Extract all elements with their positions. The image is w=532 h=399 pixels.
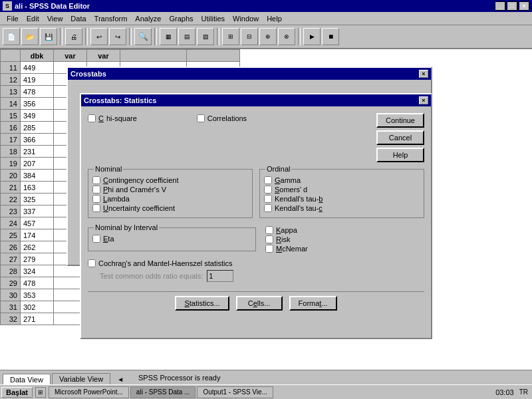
scroll-left-icon[interactable]: ◄ — [117, 376, 124, 383]
tab-scroll: ◄ — [117, 376, 124, 383]
toolbar-sep5 — [217, 28, 219, 45]
correlations-checkbox[interactable]: Correlations — [197, 114, 247, 122]
menu-data[interactable]: Data — [66, 13, 90, 24]
help-btn[interactable]: Help — [376, 148, 424, 162]
toolbar-b7[interactable]: ⊗ — [278, 28, 295, 45]
tab-data-view[interactable]: Data View — [3, 374, 51, 385]
kappa-checkbox[interactable]: Kappa — [265, 226, 424, 234]
maximize-btn[interactable]: □ — [507, 1, 517, 11]
menu-utilities[interactable]: Utilities — [198, 13, 229, 24]
menu-graphs[interactable]: Graphs — [165, 13, 197, 24]
kendall-c-checkbox[interactable]: Kendall's tau-c — [264, 204, 420, 212]
tab-variable-view[interactable]: Variable View — [52, 373, 110, 384]
test-common-label: Test common odds ratio equals: — [100, 272, 203, 280]
toolbar-b2[interactable]: ▤ — [178, 28, 196, 45]
mcnemar-checkbox[interactable]: McNemar — [265, 245, 424, 253]
chi-square-checkbox[interactable]: Chi-square — [88, 114, 137, 122]
taskbar-item-spss[interactable]: ali - SPSS Data ... — [130, 386, 196, 398]
format-btn[interactable]: Format... — [289, 296, 337, 311]
chi-square-input[interactable] — [88, 114, 96, 122]
cancel-btn[interactable]: Cancel — [376, 130, 424, 145]
continue-btn[interactable]: Continue — [376, 113, 424, 128]
col-header-var2[interactable]: var — [87, 50, 120, 62]
test-common-row: Test common odds ratio equals: — [100, 270, 424, 282]
menu-file[interactable]: File — [3, 13, 23, 24]
spss-window: S ali - SPSS Data Editor _ □ × File Edit… — [0, 0, 532, 399]
stats-dialog-title-bar: Crosstabs: Statistics × — [81, 94, 431, 106]
uncertainty-checkbox[interactable]: Uncertainty coefficient — [92, 204, 248, 212]
menu-help[interactable]: Help — [263, 13, 286, 24]
risk-checkbox[interactable]: Risk — [265, 235, 424, 243]
taskbar: Başlat ⊞ Microsoft PowerPoint... ali - S… — [0, 384, 532, 399]
cochran-checkbox[interactable]: Cochran's and Mantel-Haenszel statistics — [88, 259, 424, 267]
start-label: Başlat — [6, 388, 28, 396]
toolbar: 📄 📂 💾 🖨 ↩ ↪ 🔍 ▦ ▤ ▧ ⊞ ⊟ ⊕ ⊗ ▶ ⏹ — [0, 25, 532, 49]
start-button[interactable]: Başlat — [1, 387, 33, 398]
gamma-checkbox[interactable]: Gamma — [264, 176, 420, 184]
window-title: ali - SPSS Data Editor — [15, 2, 90, 10]
minimize-btn[interactable]: _ — [495, 1, 505, 11]
ordinal-group-label: Ordinal — [265, 165, 291, 173]
toolbar-save[interactable]: 💾 — [40, 28, 57, 45]
dialog-buttons: Continue Cancel Help — [376, 113, 424, 162]
taskbar-lang: TR — [517, 388, 531, 396]
toolbar-b8[interactable]: ▶ — [303, 28, 321, 45]
lambda-checkbox[interactable]: Lambda — [92, 195, 248, 203]
toolbar-b6[interactable]: ⊕ — [259, 28, 277, 45]
phi-checkbox[interactable]: Phi and Cramér's V — [92, 186, 248, 194]
eta-checkbox[interactable]: Eta — [92, 235, 251, 243]
col-header-var4[interactable] — [187, 50, 240, 62]
menu-window[interactable]: Window — [229, 13, 263, 24]
menu-edit[interactable]: Edit — [23, 13, 43, 24]
nominal-interval-label: Nominal by Interval — [94, 223, 159, 231]
cells-btn[interactable]: Cells... — [236, 296, 283, 311]
lower-section: Nominal by Interval Eta Kappa Risk — [88, 225, 424, 254]
toolbar-b4[interactable]: ⊞ — [222, 28, 239, 45]
col-header-dbk[interactable]: dbk — [21, 50, 54, 62]
correlations-input[interactable] — [197, 114, 205, 122]
menu-view[interactable]: View — [43, 13, 67, 24]
correlations-label: Correlations — [207, 114, 247, 122]
toolbar-open[interactable]: 📂 — [21, 28, 39, 45]
toolbar-undo[interactable]: ↩ — [90, 28, 108, 45]
col-header-var1[interactable]: var — [54, 50, 87, 62]
ordinal-group: Ordinal Gamma Somers' d Kendall's tau-b — [259, 169, 424, 218]
contingency-checkbox[interactable]: Contingency coefficient — [92, 176, 248, 184]
toolbar-find[interactable]: 🔍 — [134, 28, 152, 45]
taskbar-item-output[interactable]: Output1 - SPSS Vie... — [197, 386, 273, 398]
menu-transform[interactable]: Transform — [90, 13, 132, 24]
toolbar-b3[interactable]: ▧ — [197, 28, 214, 45]
other-stats: Kappa Risk McNemar — [263, 225, 424, 254]
toolbar-sep6 — [298, 28, 301, 45]
taskbar-icon-area: ⊞ — [35, 387, 46, 398]
taskbar-item-ppt[interactable]: Microsoft PowerPoint... — [49, 386, 129, 398]
col-header-rownum — [1, 50, 21, 62]
crosstabs-title-bar: Crosstabs × — [68, 68, 431, 80]
toolbar-b1[interactable]: ▦ — [160, 28, 177, 45]
somers-checkbox[interactable]: Somers' d — [264, 186, 420, 194]
stats-dialog-close-btn[interactable]: × — [419, 96, 428, 104]
test-common-input[interactable] — [207, 270, 233, 282]
toolbar-new[interactable]: 📄 — [3, 28, 20, 45]
kendall-b-checkbox[interactable]: Kendall's tau-b — [264, 195, 420, 203]
toolbar-print[interactable]: 🖨 — [65, 28, 82, 45]
menu-bar: File Edit View Data Transform Analyze Gr… — [0, 12, 532, 25]
toolbar-b5[interactable]: ⊟ — [241, 28, 258, 45]
menu-analyze[interactable]: Analyze — [131, 13, 165, 24]
toolbar-b9[interactable]: ⏹ — [322, 28, 339, 45]
close-btn[interactable]: × — [519, 1, 529, 11]
stats-dialog: Crosstabs: Statistics × Chi-square Corre… — [80, 93, 432, 339]
chi-square-label: C — [98, 114, 104, 122]
toolbar-sep1 — [60, 28, 63, 45]
crosstabs-title: Crosstabs — [70, 70, 106, 78]
col-header-var3[interactable] — [120, 50, 187, 62]
toolbar-redo[interactable]: ↪ — [109, 28, 126, 45]
stats-dialog-content: Chi-square Correlations Continue Cancel … — [81, 106, 431, 317]
status-text: SPSS Processor is ready — [138, 374, 221, 382]
crosstabs-close-btn[interactable]: × — [419, 70, 428, 78]
crosstabs-content — [68, 80, 431, 90]
top-section: Chi-square Correlations Continue Cancel … — [88, 113, 424, 162]
statistics-btn[interactable]: Statistics... — [175, 296, 229, 311]
toolbar-sep3 — [129, 28, 132, 45]
cochran-section: Cochran's and Mantel-Haenszel statistics… — [88, 258, 424, 282]
